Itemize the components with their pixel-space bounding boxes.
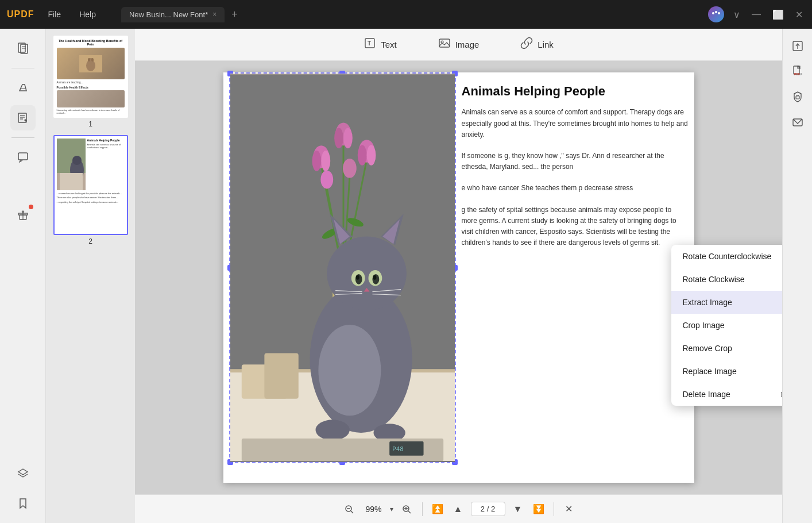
svg-point-50 [357, 145, 366, 166]
svg-point-25 [72, 156, 82, 165]
highlight-icon [17, 82, 29, 94]
app-body: The Health and Mood-Boosting Benefits of… [0, 29, 812, 523]
close-window-button[interactable]: ✕ [793, 7, 805, 22]
minimize-button[interactable]: — [749, 7, 763, 22]
delete-shortcut: Del [780, 390, 782, 399]
tab-close-button[interactable]: × [212, 10, 216, 18]
text-icon-svg: T [364, 37, 376, 49]
image-tool-icon [438, 37, 451, 52]
file-menu[interactable]: File [44, 7, 66, 21]
svg-point-1 [715, 11, 717, 13]
ctx-rotate-ccw[interactable]: Rotate Counterclockwise [671, 245, 783, 268]
divider-1 [11, 68, 34, 68]
active-tab[interactable]: New Busin... New Font* × [121, 7, 225, 22]
svg-point-0 [712, 12, 714, 14]
layers-icon [17, 467, 29, 480]
prev-page-button[interactable]: ▲ [450, 501, 466, 517]
ctx-remove-crop[interactable]: Remove Crop [671, 337, 783, 360]
article-body-3: e who have cancer She teaches them p dec… [462, 183, 689, 194]
toolbar-separator-2 [554, 502, 554, 516]
zoom-dropdown-button[interactable]: ▾ [390, 505, 393, 513]
share-icon [792, 40, 803, 52]
main-content: T Text Image [135, 29, 782, 523]
thumbnail-panel: The Health and Mood-Boosting Benefits of… [46, 29, 135, 523]
svg-point-66 [373, 275, 376, 280]
article-content: Animals Helping People Animals can serve… [462, 84, 689, 248]
svg-point-52 [342, 159, 356, 178]
help-menu[interactable]: Help [75, 7, 100, 21]
svg-line-87 [408, 511, 411, 513]
gift-badge [29, 205, 33, 209]
article-body-4: g the safety of spital settings because … [462, 205, 689, 249]
dropdown-button[interactable]: ∨ [731, 7, 743, 22]
image-tool-button[interactable]: Image [429, 32, 489, 57]
link-tool-icon [520, 37, 533, 52]
gift-icon [17, 209, 29, 221]
svg-rect-12 [18, 153, 28, 160]
svg-point-44 [312, 151, 321, 171]
article-title: Animals Helping People [462, 84, 689, 99]
bookmark-icon [17, 497, 29, 510]
next-page-button[interactable]: ▼ [510, 501, 526, 517]
last-page-button[interactable]: ⏬ [531, 501, 547, 517]
sidebar-item-highlight[interactable] [10, 75, 36, 101]
text-tool-icon: T [364, 37, 376, 52]
svg-point-55 [318, 325, 381, 416]
svg-rect-26 [60, 173, 83, 190]
top-toolbar: T Text Image [135, 29, 782, 61]
pdf-convert-button[interactable]: PDF /A [787, 61, 808, 82]
thumbnail-2-image: Animals Helping People Animals can serve… [53, 135, 128, 235]
selected-image-wrapper[interactable]: P48 [229, 72, 456, 463]
email-icon [792, 116, 803, 128]
thumbnail-page-2[interactable]: Animals Helping People Animals can serve… [51, 135, 130, 245]
link-tool-button[interactable]: Link [511, 32, 563, 57]
svg-rect-75 [264, 353, 298, 398]
avatar-icon [711, 9, 721, 20]
text-tool-label: Text [381, 40, 397, 49]
close-navigation-button[interactable]: ✕ [561, 501, 577, 517]
email-button[interactable] [787, 111, 808, 132]
ctx-rotate-cw[interactable]: Rotate Clockwise [671, 268, 783, 291]
link-tool-label: Link [538, 40, 554, 49]
sidebar-item-gift[interactable] [10, 202, 36, 228]
ctx-extract-image[interactable]: Extract Image [671, 291, 783, 314]
svg-point-64 [372, 274, 379, 284]
sidebar-item-bookmark[interactable] [10, 491, 36, 516]
thumb1-cat-img [79, 55, 102, 72]
zoom-out-button[interactable] [341, 501, 358, 518]
new-tab-button[interactable]: + [227, 9, 242, 21]
svg-text:P48: P48 [392, 445, 404, 453]
svg-point-45 [321, 151, 330, 171]
ctx-crop-image[interactable]: Crop Image [671, 314, 783, 337]
sidebar-item-edit[interactable] [10, 105, 36, 130]
sidebar-item-comment[interactable] [10, 145, 36, 170]
sidebar-item-layers[interactable] [10, 461, 36, 486]
maximize-button[interactable]: ⬜ [770, 7, 786, 22]
thumbnail-1-image: The Health and Mood-Boosting Benefits of… [53, 36, 128, 118]
thumbnail-1-label: 1 [88, 120, 92, 128]
svg-point-53 [320, 171, 333, 189]
svg-point-72 [315, 420, 349, 440]
thumbnail-page-1[interactable]: The Health and Mood-Boosting Benefits of… [51, 36, 130, 128]
ctx-delete-image[interactable]: Delete Image Del [671, 383, 783, 406]
image-icon-svg [438, 37, 451, 49]
svg-point-2 [718, 12, 720, 14]
svg-text:/A: /A [799, 72, 802, 76]
right-sidebar: PDF /A [782, 29, 812, 523]
zoom-in-button[interactable] [398, 501, 415, 518]
protect-icon [792, 91, 803, 102]
left-sidebar [0, 29, 46, 523]
first-page-button[interactable]: ⏫ [430, 501, 446, 517]
protect-button[interactable] [787, 86, 808, 107]
svg-rect-29 [439, 39, 450, 47]
share-button[interactable] [787, 36, 808, 56]
svg-point-63 [355, 274, 362, 284]
page-indicator[interactable]: 2 / 2 [471, 502, 505, 516]
ctx-replace-image[interactable]: Replace Image [671, 360, 783, 383]
sidebar-item-pages[interactable] [10, 36, 36, 61]
toolbar-separator-1 [422, 502, 423, 516]
text-tool-button[interactable]: T Text [354, 32, 406, 57]
thumbnail-2-label: 2 [88, 237, 92, 245]
pdf-icon: PDF /A [792, 66, 803, 77]
user-avatar[interactable] [708, 6, 724, 22]
